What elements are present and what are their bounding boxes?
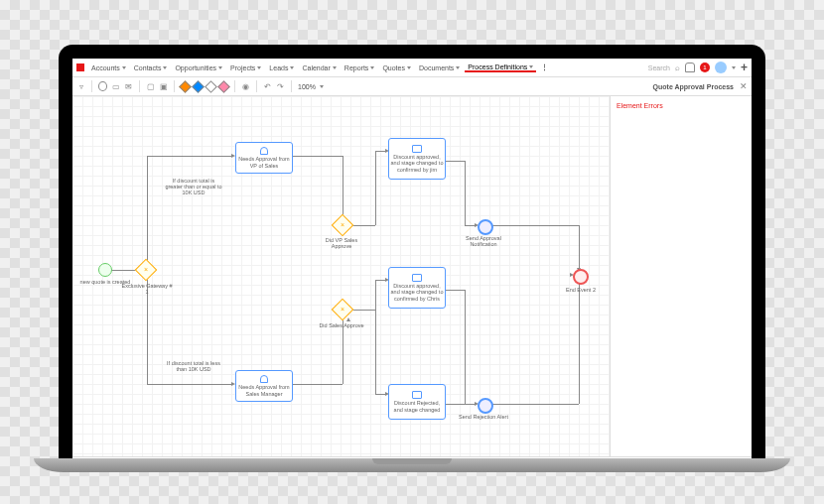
- search-input[interactable]: Search: [648, 64, 670, 71]
- task-rejected[interactable]: Discount Rejected, and stage changed: [388, 384, 446, 420]
- editor-toolbar: ▿ ▭ ✉ ▢ ▣ ◉ ↶ ↷ 100% Quote Approval Proc…: [72, 77, 752, 96]
- send-reject-event[interactable]: [478, 398, 493, 414]
- nav-projects[interactable]: Projects: [227, 63, 264, 71]
- undo-icon[interactable]: ↶: [263, 82, 272, 91]
- nav-accounts[interactable]: Accounts: [88, 63, 129, 71]
- app-screen: Accounts Contacts Opportunities Projects…: [72, 59, 752, 471]
- close-icon[interactable]: ✕: [740, 81, 748, 91]
- nav-right: Search ⌕ 1 +: [648, 61, 748, 74]
- nav-quotes[interactable]: Quotes: [379, 63, 414, 71]
- user-task-icon[interactable]: ▣: [159, 82, 168, 91]
- nav-contacts[interactable]: Contacts: [131, 63, 171, 71]
- circle-tool-icon[interactable]: [98, 82, 107, 91]
- start-event[interactable]: [98, 263, 112, 277]
- caret-icon: [122, 66, 126, 69]
- condition-bottom-label: If discount total is less than 10K USD: [164, 360, 223, 372]
- caret-icon: [732, 66, 736, 69]
- caret-icon: [290, 66, 294, 69]
- end-event[interactable]: [573, 269, 589, 285]
- caret-icon: [257, 66, 261, 69]
- nav-reports[interactable]: Reports: [342, 63, 378, 71]
- task-manager-approval[interactable]: Needs Approval from Sales Manager: [235, 370, 293, 402]
- gateway-vp-approve[interactable]: ×: [335, 217, 350, 233]
- zoom-level[interactable]: 100%: [298, 83, 316, 90]
- user-avatar[interactable]: [715, 62, 727, 73]
- caret-icon: [163, 66, 167, 69]
- element-errors-label: Element Errors: [617, 102, 746, 109]
- notification-count[interactable]: 1: [700, 63, 710, 72]
- exclusive-gateway-1[interactable]: ×: [138, 262, 154, 278]
- send-approval-label: Send Approval Notification: [456, 235, 511, 247]
- laptop-frame: Accounts Contacts Opportunities Projects…: [59, 45, 765, 471]
- task-confirmed-jim[interactable]: Discount approved, and stage changed to …: [388, 138, 446, 180]
- nav-more[interactable]: ⋮: [538, 63, 551, 71]
- task-confirmed-chris[interactable]: Discount approved, and stage changed to …: [388, 267, 446, 309]
- notes-icon[interactable]: ▭: [111, 82, 120, 91]
- gateway-icon[interactable]: [194, 82, 203, 91]
- nav-documents[interactable]: Documents: [416, 63, 463, 71]
- laptop-base: [34, 458, 790, 472]
- nav-calendar[interactable]: Calendar: [299, 63, 339, 71]
- nav-process-definitions[interactable]: Process Definitions: [465, 63, 536, 72]
- gateway-icon[interactable]: [219, 82, 228, 91]
- save-icon[interactable]: ▿: [76, 82, 85, 91]
- gateway-icon[interactable]: [181, 82, 190, 91]
- end-event-label: End Event 2: [559, 287, 603, 293]
- errors-sidebar: Element Errors: [610, 96, 752, 459]
- notification-icon[interactable]: [685, 63, 695, 72]
- nav-menus: Accounts Contacts Opportunities Projects…: [88, 63, 648, 71]
- caret-icon: [333, 66, 337, 69]
- caret-icon: [456, 66, 460, 69]
- quick-create-button[interactable]: +: [741, 61, 748, 74]
- caret-icon: [320, 85, 324, 88]
- nav-opportunities[interactable]: Opportunities: [172, 63, 225, 71]
- mail-icon[interactable]: ✉: [124, 82, 133, 91]
- gateway-vp-label: Did VP Sales Approve: [317, 237, 366, 249]
- main-area: new quote is created × Exclusive Gateway…: [72, 96, 752, 459]
- gateway-mgr-label: Did Sales Approve: [317, 322, 366, 328]
- comment-icon[interactable]: ◉: [241, 82, 250, 91]
- search-icon[interactable]: ⌕: [675, 63, 680, 72]
- send-approval-event[interactable]: [478, 219, 493, 235]
- gateway-icon[interactable]: [206, 82, 215, 91]
- gateway-mgr-approve[interactable]: ×: [335, 302, 350, 317]
- nav-leads[interactable]: Leads: [266, 63, 297, 71]
- caret-icon: [218, 66, 222, 69]
- send-reject-label: Send Rejection Alert: [456, 414, 511, 420]
- gateway-1-label: Exclusive Gateway # 1: [120, 283, 174, 295]
- caret-icon: [407, 66, 411, 69]
- diagram-canvas[interactable]: new quote is created × Exclusive Gateway…: [72, 96, 610, 459]
- condition-top-label: If discount total is greater than or equ…: [164, 178, 223, 195]
- task-icon[interactable]: ▢: [146, 82, 155, 91]
- top-nav: Accounts Contacts Opportunities Projects…: [72, 59, 752, 77]
- task-vp-approval[interactable]: Needs Approval from VP of Sales: [235, 142, 293, 174]
- redo-icon[interactable]: ↷: [276, 82, 285, 91]
- app-logo[interactable]: [76, 63, 84, 71]
- caret-icon: [370, 66, 374, 69]
- caret-icon: [529, 65, 533, 68]
- process-title: Quote Approval Process: [653, 83, 734, 90]
